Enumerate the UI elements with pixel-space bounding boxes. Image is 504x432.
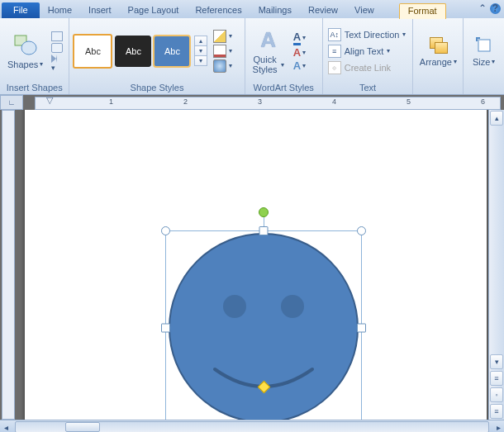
resize-handle-w[interactable] [161,324,170,333]
text-effects-button[interactable]: A▾ [293,59,306,72]
tab-page-layout[interactable]: Page Layout [120,2,188,18]
arrange-button[interactable]: Arrange▾ [416,33,461,69]
shape-outline-button[interactable]: ▾ [213,45,232,58]
document-workspace: ▴ ▾ ≡ ◦ ≡ [0,110,504,420]
resize-handle-ne[interactable] [357,226,366,235]
tab-insert[interactable]: Insert [80,2,120,18]
ribbon-tab-bar: File Home Insert Page Layout References … [0,0,504,18]
shape-rectangle-icon[interactable] [51,31,63,41]
chevron-down-icon: ▾ [40,60,43,68]
gallery-up-icon[interactable]: ▴ [194,36,207,45]
resize-handle-n[interactable] [259,226,269,235]
horizontal-ruler[interactable]: ▽ 1 2 3 4 5 6 [23,95,504,110]
svg-rect-4 [476,37,478,41]
gallery-more-icon[interactable]: ▾ [194,55,207,66]
page[interactable] [25,110,487,420]
tab-selector[interactable]: ∟ [0,95,23,110]
arrange-icon [428,36,448,55]
align-text-button[interactable]: ≡Align Text▾ [326,44,408,59]
shape-style-gallery-spinner[interactable]: ▴ ▾ ▾ [194,36,207,66]
size-button[interactable]: Size▾ [468,33,499,69]
align-text-icon: ≡ [328,45,341,58]
scroll-up-icon[interactable]: ▴ [490,111,503,126]
vertical-ruler[interactable] [0,110,15,420]
pen-icon [213,45,226,58]
shape-style-3[interactable]: Abc [154,36,190,67]
next-page-icon[interactable]: ≡ [490,404,503,419]
minimize-ribbon-icon[interactable]: ⌃ [478,2,487,14]
quick-styles-button[interactable]: A Quick Styles ▾ [249,25,288,77]
scroll-track[interactable] [489,126,504,354]
group-label-shape-styles: Shape Styles [73,82,240,94]
tab-mailings[interactable]: Mailings [250,2,300,18]
svg-point-1 [21,41,36,55]
indent-marker-icon[interactable]: ▽ [46,95,53,106]
chevron-down-icon: ▾ [279,61,284,69]
svg-point-7 [281,295,304,318]
text-outline-button[interactable]: A▾ [293,46,306,59]
scroll-down-icon[interactable]: ▾ [490,354,503,369]
chevron-down-icon: ▾ [229,32,232,40]
more-shapes-icon[interactable]: ▾ [51,64,61,71]
scroll-right-icon[interactable]: ▸ [492,423,504,432]
hscroll-track[interactable] [15,421,489,432]
tab-review[interactable]: Review [300,2,346,18]
tab-format[interactable]: Format [399,3,446,19]
svg-point-6 [223,295,246,318]
shape-style-2[interactable]: Abc [115,36,151,67]
rotation-handle[interactable] [259,207,269,217]
shape-rounded-icon[interactable] [51,43,63,53]
hscroll-thumb[interactable] [65,422,100,432]
resize-handle-nw[interactable] [161,226,170,235]
link-icon: ⟐ [328,61,341,74]
recent-shapes-list[interactable]: ▾ [51,31,63,71]
tab-home[interactable]: Home [40,2,80,18]
help-icon[interactable]: ? [490,3,501,14]
shapes-button-label: Shapes [7,59,38,69]
horizontal-scrollbar[interactable]: ◂ ▸ [0,420,504,432]
vertical-scrollbar[interactable]: ▴ ▾ ≡ ◦ ≡ [488,110,504,420]
text-direction-icon: A↕ [328,28,341,41]
chevron-down-icon: ▾ [229,62,232,69]
effects-icon [213,59,226,73]
shapes-icon [13,33,38,58]
create-link-button: ⟐Create Link [326,60,408,75]
tab-references[interactable]: References [187,2,250,18]
shape-fill-button[interactable]: ▾ [213,30,232,43]
gallery-down-icon[interactable]: ▾ [194,45,207,55]
group-label-insert-shapes: Insert Shapes [3,82,65,94]
browse-object-icon[interactable]: ◦ [490,387,503,402]
shape-effects-button[interactable]: ▾ [213,59,232,73]
shape-triangle-icon[interactable] [51,55,57,63]
size-icon [474,36,494,55]
shapes-button[interactable]: Shapes▾ [3,31,47,72]
shape-style-1[interactable]: Abc [73,34,112,69]
svg-rect-2 [478,40,490,51]
wordart-A-icon: A [260,27,276,53]
ribbon: Shapes▾ ▾ Insert Shapes Abc Abc Abc ▴ ▾ … [0,18,504,95]
tab-view[interactable]: View [346,2,383,18]
scroll-left-icon[interactable]: ◂ [0,423,12,432]
ruler-row: ∟ ▽ 1 2 3 4 5 6 [0,95,504,110]
text-direction-button[interactable]: A↕Text Direction▾ [326,27,408,42]
group-label-wordart: WordArt Styles [249,82,319,94]
group-label-text: Text [326,82,410,94]
prev-page-icon[interactable]: ≡ [490,371,503,386]
bucket-icon [213,30,226,43]
shape-selection[interactable] [165,230,362,420]
tab-file[interactable]: File [2,2,40,18]
page-area[interactable] [15,110,488,420]
resize-handle-e[interactable] [357,324,366,333]
chevron-down-icon: ▾ [229,47,232,55]
text-fill-button[interactable]: A▾ [293,31,306,45]
